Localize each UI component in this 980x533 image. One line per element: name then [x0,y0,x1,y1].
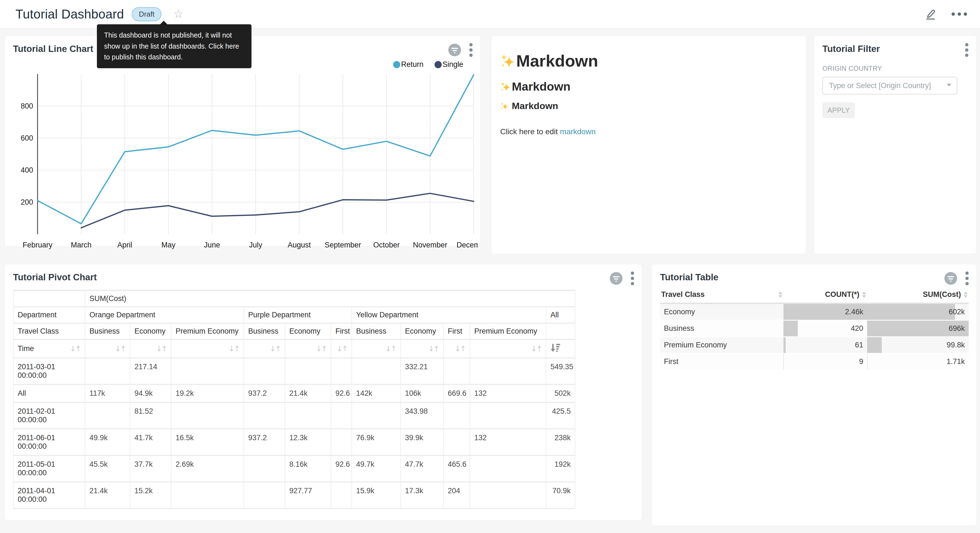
apply-button[interactable]: APPLY [822,102,855,118]
pivot-value-cell [331,429,352,455]
svg-text:October: October [373,241,400,249]
pivot-value-cell [470,455,546,482]
sort-header[interactable]: ↓↑ [85,340,130,358]
pivot-value-cell [470,482,546,508]
svg-text:400: 400 [21,166,33,174]
pivot-value-cell: 76.9k [352,429,401,455]
kebab-menu-icon[interactable] [965,43,969,57]
filter-indicator-icon[interactable] [944,272,957,285]
svg-text:April: April [117,241,132,249]
sort-header[interactable]: ↓↑ [130,340,171,358]
sort-header[interactable]: ↓↑ [470,340,546,358]
favorite-star-icon[interactable]: ☆ [173,8,184,20]
pivot-value-cell: 37.7k [130,455,171,482]
sort-desc-active-header[interactable] [546,340,575,358]
pivot-value-cell: 343.98 [401,402,443,429]
pivot-value-cell: 19.2k [171,385,244,402]
filter-indicator-icon[interactable] [448,44,461,56]
pivot-time-cell: 2011-05-01 00:00:00 [13,455,85,482]
svg-text:July: July [249,241,262,249]
sort-icon: ↓↑ [270,345,280,353]
sparkles-icon [500,102,509,110]
more-ellipsis-icon[interactable] [951,12,967,16]
page-title: Tutorial Dashboard [16,6,124,22]
table-panel: Tutorial Table Travel Class COUNT(*) [651,264,977,526]
sort-icon: ↓↑ [70,345,81,353]
sort-header[interactable]: ↓↑ [171,340,244,358]
pivot-value-cell: 332.21 [401,358,443,385]
pivot-value-cell: 12.3k [285,429,331,455]
sum-cost-sort-header[interactable]: SUM(Cost) [867,287,969,303]
sort-header[interactable]: ↓↑ [285,340,331,358]
sparkles-icon [500,81,511,92]
sort-icon: ↓↑ [455,345,465,353]
sort-header[interactable]: ↓↑ [443,340,470,358]
pivot-value-cell: 142k [352,385,401,402]
pivot-value-cell [171,402,244,429]
sort-carets-icon [964,292,967,298]
pivot-value-cell: 465.6 [443,455,470,482]
return-series-dot [393,61,400,68]
pivot-time-cell: 2011-04-01 00:00:00 [13,482,85,508]
pivot-value-cell: 927.77 [285,482,331,508]
sum-cost-cell: 99.8k [867,337,969,353]
line-chart-svg: 200400600800FebruaryMarchAprilMayJuneJul… [8,71,478,254]
pivot-time-cell: 2011-03-01 00:00:00 [13,358,85,385]
pivot-value-cell: 106k [401,385,443,402]
sum-cost-cell: 696k [867,320,969,337]
pivot-value-cell [331,358,352,385]
svg-text:December: December [457,241,478,249]
time-sort-header[interactable]: Time↓↑ [13,340,85,358]
markdown-edit-link[interactable]: markdown [560,127,595,136]
markdown-h1: Markdown [500,51,806,70]
pivot-value-cell: 21.4k [285,385,331,402]
filter-indicator-icon[interactable] [610,272,622,285]
sort-header[interactable]: ↓↑ [244,340,285,358]
draft-status-badge[interactable]: Draft [132,7,161,21]
pivot-value-cell [443,358,470,385]
kebab-menu-icon[interactable] [966,271,969,285]
svg-text:March: March [71,241,91,249]
pivot-value-cell: 21.4k [85,482,130,508]
travel-class-sort-header[interactable]: Travel Class [660,287,783,303]
pivot-value-cell: 39.9k [401,429,443,455]
legend-item-single[interactable]: Single [434,60,463,69]
sort-icon: ↓↑ [531,345,542,353]
pivot-value-cell: 45.5k [85,455,130,482]
pivot-chart-panel: Tutorial Pivot Chart SUM(Cost) Departmen… [5,264,642,520]
sum-cost-cell: 602k [867,303,969,320]
sort-header[interactable]: ↓↑ [352,340,401,358]
pivot-value-cell: 2.69k [171,455,244,482]
pivot-value-cell [244,482,285,508]
sort-carets-icon [778,292,782,298]
pivot-time-cell: All [13,385,85,402]
sort-header[interactable]: ↓↑ [331,340,352,358]
count-sort-header[interactable]: COUNT(*) [783,287,867,303]
pivot-value-cell [331,402,352,429]
pivot-value-cell: 15.9k [352,482,401,508]
legend-item-return[interactable]: Return [393,60,423,69]
origin-country-select[interactable]: Type or Select [Origin Country] [822,77,957,94]
kebab-menu-icon[interactable] [631,271,634,285]
svg-text:May: May [161,241,176,249]
pivot-value-cell: 502k [546,385,575,402]
sort-icon: ↓↑ [316,345,326,353]
pivot-value-cell [352,402,401,429]
sort-icon: ↓↑ [156,345,167,353]
travel-class-cell: Premium Economy [660,337,783,353]
table-header-row: Travel Class COUNT(*) SUM(Cost) [660,287,969,303]
pivot-row: 2011-04-01 00:00:0021.4k15.2k927.7715.9k… [13,482,575,508]
svg-text:800: 800 [21,102,33,110]
sort-icon: ↓↑ [229,345,239,353]
pivot-value-cell [443,429,470,455]
pivot-value-cell: 49.7k [352,455,401,482]
kebab-menu-icon[interactable] [469,43,473,57]
travel-class-cell: Business [660,320,783,337]
filter-panel: Tutorial Filter ORIGIN COUNTRY Type or S… [814,36,977,254]
pivot-value-cell: 132 [470,429,546,455]
pivot-value-cell [352,358,401,385]
sort-header[interactable]: ↓↑ [401,340,443,358]
single-series-dot [434,61,442,68]
pivot-value-cell [85,358,130,385]
edit-pencil-icon[interactable] [924,8,937,21]
